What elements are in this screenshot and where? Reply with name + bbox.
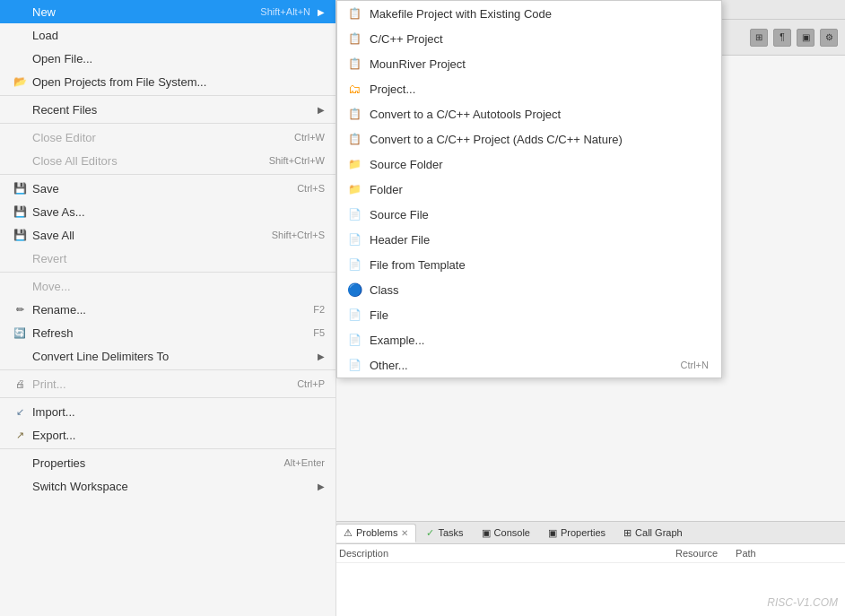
watermark: RISC-V1.COM xyxy=(767,596,838,609)
new-shortcut: Shift+Alt+N xyxy=(260,6,310,17)
menu-item-revert[interactable]: Revert xyxy=(0,247,335,270)
submenu-item-class[interactable]: 🔵 Class xyxy=(337,277,721,302)
menu-item-save[interactable]: 💾 Save Ctrl+S xyxy=(0,177,335,200)
toolbar-icon-3[interactable]: ▣ xyxy=(797,29,815,47)
menu-item-convert-line[interactable]: Convert Line Delimiters To ▶ xyxy=(0,344,335,368)
separator-7 xyxy=(0,448,335,449)
separator-4 xyxy=(0,272,335,273)
submenu-label-convert-nature: Convert to a C/C++ Project (Adds C/C++ N… xyxy=(370,133,623,146)
submenu-label-other: Other... xyxy=(370,359,408,372)
submenu-item-file[interactable]: 📄 File xyxy=(337,302,721,327)
new-arrow: ▶ xyxy=(318,7,325,17)
submenu-label-source-folder: Source Folder xyxy=(370,158,443,171)
tab-problems-icon: ⚠ xyxy=(344,527,353,539)
switch-workspace-arrow: ▶ xyxy=(318,482,325,491)
submenu-item-project[interactable]: 🗂 Project... xyxy=(337,76,721,101)
save-icon: 💾 xyxy=(13,181,27,195)
menu-label-save-as: Save As... xyxy=(32,205,85,219)
rename-shortcut: F2 xyxy=(313,304,325,315)
convert-line-arrow: ▶ xyxy=(318,351,325,361)
menu-item-move[interactable]: Move... xyxy=(0,274,335,298)
submenu-item-folder[interactable]: 📁 Folder xyxy=(337,177,721,202)
move-icon xyxy=(13,279,27,293)
source-folder-icon: 📁 xyxy=(346,156,362,172)
submenu-item-convert-nature[interactable]: 📋 Convert to a C/C++ Project (Adds C/C++… xyxy=(337,126,721,152)
menu-item-properties[interactable]: Properties Alt+Enter xyxy=(0,451,335,474)
recent-files-icon xyxy=(13,102,27,117)
menu-item-rename[interactable]: ✏ Rename... F2 xyxy=(0,298,335,321)
menu-item-print[interactable]: 🖨 Print... Ctrl+P xyxy=(0,372,335,395)
save-all-icon: 💾 xyxy=(13,228,27,242)
menu-item-close-editor[interactable]: Close Editor Ctrl+W xyxy=(0,126,335,149)
bottom-tabs: ⚠ Problems ✕ ✓ Tasks ▣ Console ▣ Propert… xyxy=(332,521,845,544)
menu-item-refresh[interactable]: 🔄 Refresh F5 xyxy=(0,321,335,344)
submenu-label-file-from-template: File from Template xyxy=(370,258,466,272)
menu-item-import[interactable]: ↙ Import... xyxy=(0,400,335,423)
col-description: Description xyxy=(339,548,388,559)
menu-item-close-all[interactable]: Close All Editors Shift+Ctrl+W xyxy=(0,149,335,172)
tab-tasks-label: Tasks xyxy=(438,527,463,538)
submenu-item-source-folder[interactable]: 📁 Source Folder xyxy=(337,152,721,177)
tab-properties[interactable]: ▣ Properties xyxy=(540,524,614,542)
menu-item-export[interactable]: ↗ Export... xyxy=(0,423,335,447)
menu-label-move: Move... xyxy=(32,280,71,293)
menu-item-recent-files[interactable]: Recent Files ▶ xyxy=(0,98,335,121)
menu-item-new[interactable]: New Shift+Alt+N ▶ xyxy=(0,0,335,23)
tab-console[interactable]: ▣ Console xyxy=(474,524,538,542)
tab-console-icon: ▣ xyxy=(482,527,491,539)
menu-label-close-all: Close All Editors xyxy=(32,154,118,168)
separator-1 xyxy=(0,95,335,96)
submenu-item-header-file[interactable]: 📄 Header File xyxy=(337,227,721,252)
tab-problems[interactable]: ⚠ Problems ✕ xyxy=(335,524,416,542)
separator-2 xyxy=(0,123,335,124)
menu-item-open-projects[interactable]: 📂 Open Projects from File System... xyxy=(0,70,335,93)
source-file-icon: 📄 xyxy=(346,206,362,222)
save-all-shortcut: Shift+Ctrl+S xyxy=(272,230,325,240)
separator-6 xyxy=(0,397,335,398)
tab-properties-icon: ▣ xyxy=(548,527,557,539)
close-all-icon xyxy=(13,153,27,168)
open-projects-icon: 📂 xyxy=(13,74,27,89)
submenu-label-project: Project... xyxy=(370,82,415,96)
tab-console-label: Console xyxy=(494,527,530,538)
menu-item-open-file[interactable]: Open File... xyxy=(0,47,335,70)
submenu-item-source-file[interactable]: 📄 Source File xyxy=(337,202,721,227)
menu-item-save-all[interactable]: 💾 Save All Shift+Ctrl+S xyxy=(0,223,335,247)
toolbar-icon-2[interactable]: ¶ xyxy=(773,29,791,47)
toolbar-icon-4[interactable]: ⚙ xyxy=(820,29,838,47)
menu-label-recent-files: Recent Files xyxy=(32,103,97,117)
switch-workspace-icon xyxy=(13,479,27,493)
menu-label-load: Load xyxy=(32,29,58,42)
menu-label-import: Import... xyxy=(32,405,75,419)
rename-icon: ✏ xyxy=(13,302,27,317)
submenu-item-file-from-template[interactable]: 📄 File from Template xyxy=(337,252,721,277)
menu-item-switch-workspace[interactable]: Switch Workspace ▶ xyxy=(0,474,335,498)
submenu-item-makefile[interactable]: 📋 Makefile Project with Existing Code xyxy=(337,1,721,26)
menu-item-save-as[interactable]: 💾 Save As... xyxy=(0,200,335,223)
other-icon: 📄 xyxy=(346,357,362,373)
menu-label-export: Export... xyxy=(32,429,75,442)
tab-problems-label: Problems xyxy=(356,527,397,538)
submenu-item-cpp-project[interactable]: 📋 C/C++ Project xyxy=(337,26,721,51)
open-file-icon xyxy=(13,51,27,65)
submenu-item-example[interactable]: 📄 Example... xyxy=(337,327,721,352)
toolbar-icon-1[interactable]: ⊞ xyxy=(750,29,768,47)
menu-label-new: New xyxy=(32,5,56,19)
submenu-item-mounriver[interactable]: 📋 MounRiver Project xyxy=(337,51,721,76)
tab-call-graph[interactable]: ⊞ Call Graph xyxy=(615,524,691,542)
other-shortcut: Ctrl+N xyxy=(681,360,709,370)
tab-problems-close[interactable]: ✕ xyxy=(401,528,408,538)
menu-label-open-file: Open File... xyxy=(32,52,92,65)
submenu-item-other[interactable]: 📄 Other... Ctrl+N xyxy=(337,352,721,377)
export-icon: ↗ xyxy=(13,428,27,442)
col-resource: Resource xyxy=(675,548,718,559)
bottom-header: Description Resource Path xyxy=(332,544,845,563)
menu-label-switch-workspace: Switch Workspace xyxy=(32,480,128,493)
submenu-item-convert-autotools[interactable]: 📋 Convert to a C/C++ Autotools Project xyxy=(337,101,721,126)
refresh-icon: 🔄 xyxy=(13,325,27,340)
tab-tasks[interactable]: ✓ Tasks xyxy=(418,524,471,542)
menu-label-save-all: Save All xyxy=(32,229,74,242)
menu-label-print: Print... xyxy=(32,377,66,391)
tab-properties-label: Properties xyxy=(561,527,605,538)
menu-item-load[interactable]: Load xyxy=(0,23,335,47)
